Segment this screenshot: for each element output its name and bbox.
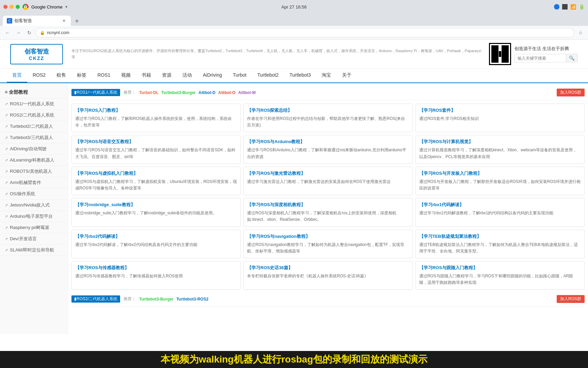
site-slogan-area: 创造源于生活 生活在于折腾 🔍 [514,46,578,62]
bookmark-star-button[interactable]: ☆ [576,28,585,37]
forward-button[interactable]: → [14,28,23,37]
sidebar-item-ailearning[interactable]: ↗ AiLearning/科教机器人 [0,155,68,166]
tag-turtlebot3-burger[interactable]: Turtlebot3-Burger [161,90,196,95]
course-card-15[interactable]: 【学习ROS与传感器教程】 通过ROS与传感器教程学习，了解传感器如何接入ROS… [71,261,241,290]
logo-image: 创客智造 CKZZ [10,44,63,64]
sidebar-item-arm[interactable]: ↗ Arm/机械臂套件 [0,177,68,188]
nav-item-books[interactable]: 书籍 [136,69,157,82]
course-title-16: 【学习ROS史话36篇】 [247,265,409,271]
course-card-12[interactable]: 【学习rbx2代码解读】 通过学习rbx2代码解读，了解rbx2代码结构及各代码… [71,230,241,258]
sidebar-item-raspberry[interactable]: ↗ Raspberry pi/树莓派 [0,222,68,233]
site-header-right: 创造源于生活 生活在于折腾 🔍 [489,43,578,65]
sidebar-label-tb3: Turtlebot3/三代机器人 [10,135,53,141]
search-button[interactable]: 🔍 [566,54,577,62]
sidebar-item-turtlebot2[interactable]: ↗ Turtlebot2/二代机器人 [0,121,68,132]
course-card-10[interactable]: 【学习ROS与深度相机教程】 通过ROS与深度相机入门教程学习，了解深度相机在r… [243,198,412,227]
sidebar-item-jetson[interactable]: ↗ Jetson/Nvidia嵌入式 [0,200,68,211]
new-tab-button[interactable]: + [72,16,82,26]
tab-close-button[interactable]: ✕ [61,18,67,24]
course-card-14[interactable]: 【学习TEB轨迹规划算法教程】 通过TEB轨迹规划算法入门教程学习，了解如何为机… [415,230,585,258]
nav-item-rent[interactable]: 租售 [51,69,71,82]
sidebar-item-ros2[interactable]: ↗ ROS2/二代机器人系统 [0,110,68,121]
course-card-0[interactable]: 【学习ROS入门教程】 通过学习ROS入门教程，了解和ROS机器人操作系统的安装… [71,104,241,132]
course-desc-8: 通过ROS与开发板入门教程，了解那些开发板适合ROS环境，如何安装ROS环境并进… [419,179,581,191]
back-button[interactable]: ← [3,28,12,37]
tag2-turtlebot3-ros2[interactable]: Turtlebot3-ROS2 [176,297,208,302]
close-button[interactable] [3,5,7,9]
sidebar-item-turtlebot3[interactable]: ↗ Turtlebot3/三代机器人 [0,132,68,143]
nav-item-ros1[interactable]: ROS1 [92,69,116,82]
course-title-8: 【学习ROS与开发板入门教程】 [419,170,581,177]
nav-item-turtlebot2[interactable]: Turtlebot2 [252,69,284,82]
join-ros-group-button-1[interactable]: 加入ROS群 [557,89,585,96]
sidebar-label-robots: ROBOTS/其他机器人 [10,168,52,174]
course-card-2[interactable]: 【学习ROS套件】 通过ROS套件,学习ROS相关知识 [415,104,585,132]
link-icon-os: ↗ [5,192,8,196]
course-card-7[interactable]: 【学习ROS与激光雷达教程】 通过学习激光雷达入门教程，了解激光雷达的安装及如何… [243,167,412,195]
link-icon-ros1: ↗ [5,102,8,106]
sidebar-item-robots[interactable]: ↗ ROBOTS/其他机器人 [0,166,68,177]
sidebar-header: ≡ 全部教程 [0,87,68,98]
logo-en-text: CKZZ [29,56,44,61]
sidebar-item-slam[interactable]: ↗ SLAM/即时定位和导航 [0,245,68,256]
course-card-3[interactable]: 【学习ROS与语音交互教程】 通过学习ROS与语音交互入门教程，了解语音的基础知… [71,135,241,164]
nav-item-taobao[interactable]: 淘宝 [316,69,337,82]
active-tab[interactable]: C 创客智造 ✕ [3,16,71,26]
course-card-1[interactable]: 【学习ROS探索总结】 作者在学习和使用ROS过程中的总结与创新，帮助其他学习者… [243,104,412,132]
sidebar-item-dev[interactable]: ↗ Dev/开发语言 [0,233,68,245]
course-card-17[interactable]: 【学习ROS与跟随入门教程】 通过ROS与跟随入门教程学习，学习ROS下有哪些跟… [415,261,585,290]
course-card-9[interactable]: 【学习rosbridge_suite教程】 通过rosbridge_suite入… [71,198,241,227]
course-desc-4: 通过学习ROS和Arduino入门教程，了解和掌握通过ros来驱动arduino… [247,147,409,160]
join-ros-group-button-2[interactable]: 加入ROS群 [557,295,585,303]
sidebar-item-arduino[interactable]: ↗ Arduino/电子原型平台 [0,211,68,222]
nav-item-home[interactable]: 首页 [7,69,27,82]
recommend-tags-2: Turtlebot3-Burger Turtlebot3-ROS2 [139,297,209,302]
course-desc-16: 本专栏转载自张新宇老师的专栏《机器人操作系统ROS-史话36篇》 [247,273,409,279]
search-input[interactable] [515,55,566,62]
course-card-13[interactable]: 【学习ROS与navigation教程】 通过ROS与navigation教程学… [243,230,412,258]
nav-item-ros2[interactable]: ROS2 [27,69,51,82]
course-title-1: 【学习ROS探索总结】 [247,107,409,113]
system-tray: 📶 🔋 [554,4,585,10]
nav-item-turbot[interactable]: Turbot [227,69,252,82]
address-bar: ← → ↻ 🔒 ncnynl.com ☆ [0,26,588,40]
course-desc-3: 通过学习ROS与语音交互入门教程，了解语音的基础知识，如何整合不同语音SDK，如… [75,147,237,160]
section1-header: ▮ROS1/一代机器人系统 推荐： Turbot-DL Turtlebot3-B… [71,87,585,100]
nav-item-activity[interactable]: 活动 [177,69,197,82]
sidebar-item-os[interactable]: ↗ OS/操作系统 [0,188,68,200]
tag2-turtlebot3-burger[interactable]: Turtlebot3-Burger [139,297,174,302]
minimize-button[interactable] [10,5,14,9]
nav-item-resources[interactable]: 资源 [157,69,177,82]
sidebar-label-jetson: Jetson/Nvidia嵌入式 [10,202,50,208]
address-box[interactable]: 🔒 ncnynl.com [35,28,574,37]
section2-header: ▮ROS2/二代机器人系统 推荐： Turtlebot3-Burger Turt… [71,293,585,307]
course-card-8[interactable]: 【学习ROS与开发板入门教程】 通过ROS与开发板入门教程，了解那些开发板适合R… [415,167,585,195]
sidebar-item-ros1[interactable]: ↗ ROS1/一代机器人系统 [0,98,68,110]
link-icon-tb3: ↗ [5,136,8,140]
tag-ailibot-m[interactable]: Ailibot-M [238,90,256,95]
course-card-4[interactable]: 【学习ROS与Arduino教程】 通过学习ROS和Arduino入门教程，了解… [243,135,412,164]
course-grid-1: 【学习ROS入门教程】 通过学习ROS入门教程，了解和ROS机器人操作系统的安装… [71,104,585,290]
app-dropdown-icon[interactable]: ▾ [65,4,67,9]
nav-item-aidriving[interactable]: AiDriving [197,69,227,82]
tag-turbot-dl[interactable]: Turbot-DL [139,90,159,95]
tag-ailibot-d[interactable]: Ailibot-D [198,90,215,95]
nav-item-tags[interactable]: 标签 [71,69,92,82]
nav-item-video[interactable]: 视频 [116,69,136,82]
course-card-16[interactable]: 【学习ROS史话36篇】 本专栏转载自张新宇老师的专栏《机器人操作系统ROS-史… [243,261,412,290]
course-title-0: 【学习ROS入门教程】 [75,107,237,113]
course-title-9: 【学习rosbridge_suite教程】 [75,202,237,208]
course-card-11[interactable]: 【学习rbx1代码解读】 通过学习rbx1代码解读教程，了解rbx1的代码结构以… [415,198,585,227]
sidebar-label-aid: AiDriving/自动驾驶 [10,146,47,152]
maximize-button[interactable] [16,5,20,9]
course-card-5[interactable]: 【学习ROS与计算机视觉】 通过计算机视觉教程学习，了解深度相机kinect、X… [415,135,585,164]
reload-button[interactable]: ↻ [24,28,34,37]
site-slogan: 创造源于生活 生活在于折腾 [514,46,578,52]
nav-item-turtlebot3[interactable]: Turtlebot3 [284,69,316,82]
nav-item-about[interactable]: 关于 [337,69,357,82]
tag-ailibot-o[interactable]: Ailibot-O [218,90,235,95]
link-icon-rpi: ↗ [5,226,8,230]
sidebar-item-aidriving[interactable]: ↗ AiDriving/自动驾驶 [0,143,68,155]
course-card-6[interactable]: 【学习ROS与虚拟机入门教程】 通过ROS与虚拟机入门教程学习，了解虚拟机安装，… [71,167,241,195]
course-title-5: 【学习ROS与计算机视觉】 [419,139,581,145]
